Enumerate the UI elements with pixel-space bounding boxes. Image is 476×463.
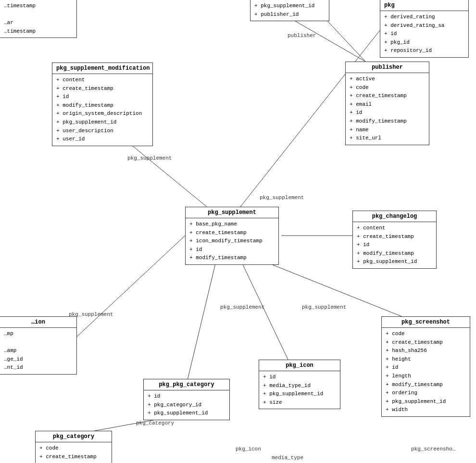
field: + base_pkg_name: [189, 220, 275, 229]
entity-header-pkg-supplement-modification: pkg_supplement_modification: [52, 63, 152, 74]
field: …amp: [4, 347, 73, 355]
entity-body-partial-top-left: …timestamp …ar …timestamp: [0, 0, 76, 38]
entity-body-pkg-changelog: + content + create_timestamp + id + modi…: [353, 222, 436, 268]
field: + code: [39, 444, 108, 453]
entity-pkg-category: pkg_category + code + create_timestamp: [35, 431, 112, 463]
field: [4, 11, 73, 19]
entity-pkg-changelog: pkg_changelog + content + create_timesta…: [352, 211, 437, 269]
entity-partial-top-center: + pkg_supplement_id + publisher_id: [250, 0, 329, 21]
field: [4, 338, 73, 347]
field: + code: [386, 330, 466, 338]
field: + pkg_category_id: [148, 401, 225, 410]
field: + derived_rating_sa: [384, 22, 464, 30]
field: + pkg_supplement_id: [254, 2, 325, 11]
entity-header-pkg-icon: pkg_icon: [259, 360, 340, 371]
field: + modify_timestamp: [56, 101, 149, 110]
entity-body-partial-top-right: + derived_rating + derived_rating_sa + i…: [380, 11, 468, 57]
field: …timestamp: [4, 2, 73, 11]
entity-header-pkg-supplement: pkg_supplement: [186, 207, 278, 218]
field: + create_timestamp: [350, 92, 425, 100]
relation-label-pkg-supplement-left: pkg_supplement: [69, 312, 113, 317]
field: + email: [350, 100, 425, 109]
entity-partial-top-left: …timestamp …ar …timestamp: [0, 0, 77, 38]
field: + id: [384, 30, 464, 38]
field: …mp: [4, 330, 73, 338]
field: + active: [350, 75, 425, 84]
entity-header-pkg-category: pkg_category: [36, 431, 112, 442]
field: …timestamp: [4, 27, 73, 36]
field: + content: [56, 76, 149, 85]
field: + modify_timestamp: [189, 254, 275, 263]
entity-header-partial-left: …ion: [0, 317, 76, 328]
field: + id: [386, 363, 466, 372]
field: …nt_id: [4, 363, 73, 372]
field: + id: [357, 241, 432, 250]
field: + name: [350, 126, 425, 135]
field: + pkg_supplement_id: [357, 258, 432, 266]
entity-body-pkg-category: + code + create_timestamp: [36, 442, 112, 463]
entity-body-partial-left: …mp …amp …ge_id …nt_id: [0, 328, 76, 374]
relation-label-pkg-category: pkg_category: [136, 420, 174, 426]
relation-label-pkg-supplement-bottom2: pkg_supplement: [302, 304, 346, 310]
field: + origin_system_description: [56, 110, 149, 118]
entity-body-pkg-icon: + id + media_type_id + pkg_supplement_id…: [259, 371, 340, 409]
entity-header-pkg-changelog: pkg_changelog: [353, 211, 436, 222]
relation-label-media-type: media_type: [272, 455, 303, 461]
entity-pkg-supplement-modification: pkg_supplement_modification + content + …: [52, 63, 153, 146]
entity-publisher: publisher + active + code + create_times…: [345, 62, 429, 145]
field: + id: [263, 373, 336, 382]
entity-body-pkg-supplement-modification: + content + create_timestamp + id + modi…: [52, 74, 152, 146]
field: + height: [386, 355, 466, 364]
field: + content: [357, 224, 432, 233]
field: …ar: [4, 19, 73, 27]
entity-partial-left: …ion …mp …amp …ge_id …nt_id: [0, 316, 77, 375]
field: + pkg_supplement_id: [263, 390, 336, 399]
field: + modify_timestamp: [386, 381, 466, 389]
field: + user_id: [56, 135, 149, 144]
field: + create_timestamp: [189, 229, 275, 238]
entity-body-pkg-supplement: + base_pkg_name + create_timestamp + ico…: [186, 218, 278, 264]
field: + create_timestamp: [386, 338, 466, 347]
field: + modify_timestamp: [350, 117, 425, 126]
entity-body-pkg-pkg-category: + id + pkg_category_id + pkg_supplement_…: [144, 390, 229, 420]
field: + repository_id: [384, 47, 464, 55]
relation-label-pkg-supplement-top: pkg_supplement: [260, 195, 304, 200]
field: + width: [386, 406, 466, 414]
field: + id: [350, 109, 425, 117]
entity-pkg-supplement: pkg_supplement + base_pkg_name + create_…: [185, 207, 279, 265]
relation-label-pkg-supplement-bottom1: pkg_supplement: [220, 304, 264, 310]
entity-body-pkg-screenshot: + code + create_timestamp + hash_sha256 …: [382, 328, 470, 416]
relation-label-pkg-screenshot: pkg_screensho…: [411, 446, 455, 452]
entity-pkg-pkg-category: pkg_pkg_category + id + pkg_category_id …: [143, 379, 230, 420]
field: + id: [148, 392, 225, 401]
field: + user_description: [56, 127, 149, 136]
field: + id: [56, 93, 149, 101]
field: + publisher_id: [254, 11, 325, 19]
relation-label-pkg-icon: pkg_icon: [236, 446, 261, 452]
entity-header-pkg-pkg-category: pkg_pkg_category: [144, 379, 229, 390]
entity-pkg-screenshot: pkg_screenshot + code + create_timestamp…: [381, 316, 470, 417]
field: + media_type_id: [263, 382, 336, 390]
field: + pkg_id: [384, 38, 464, 47]
entity-header-pkg-screenshot: pkg_screenshot: [382, 317, 470, 328]
entity-header-partial-top-right: pkg: [380, 0, 468, 11]
entity-partial-top-right: pkg + derived_rating + derived_rating_sa…: [380, 0, 469, 58]
field: …ge_id: [4, 355, 73, 364]
field: + hash_sha256: [386, 347, 466, 355]
entity-header-publisher: publisher: [346, 62, 429, 73]
field: + modify_timestamp: [357, 250, 432, 258]
entity-body-publisher: + active + code + create_timestamp + ema…: [346, 73, 429, 145]
field: + id: [189, 246, 275, 254]
field: + derived_rating: [384, 13, 464, 22]
field: + create_timestamp: [56, 85, 149, 93]
field: + code: [350, 84, 425, 92]
entity-body-partial-top-center: + pkg_supplement_id + publisher_id: [251, 0, 329, 21]
field: + create_timestamp: [39, 453, 108, 462]
relation-label-pkg-supplement-mod: pkg_supplement: [127, 155, 172, 161]
svg-line-7: [77, 236, 185, 337]
svg-line-6: [188, 260, 216, 380]
field: + ordering: [386, 389, 466, 398]
field: + length: [386, 372, 466, 381]
field: + icon_modify_timestamp: [189, 237, 275, 246]
entity-pkg-icon: pkg_icon + id + media_type_id + pkg_supp…: [259, 360, 340, 409]
